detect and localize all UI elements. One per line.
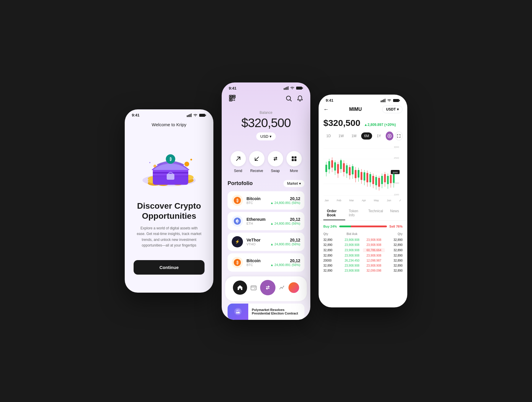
swap-action[interactable]: Swap (268, 151, 283, 173)
discover-heading: Discover Crypto Opportunities (137, 201, 201, 221)
coin-info-btc2: Bitcoin BTC (246, 258, 267, 267)
svg-rect-127 (375, 177, 377, 185)
svg-rect-135 (387, 176, 389, 184)
order-row-6: 32,890 23,908.908 23,908.908 32,890 (323, 263, 403, 268)
svg-rect-5 (205, 114, 206, 116)
wifi-icon-2 (290, 86, 295, 90)
tab-order-book[interactable]: Order Book (323, 207, 345, 220)
qr-icon[interactable] (229, 95, 236, 103)
svg-text:2500: 2500 (394, 157, 399, 159)
time-2: 9:41 (229, 86, 236, 90)
sell-progress (351, 226, 387, 227)
svg-point-26 (153, 165, 156, 168)
expand-chart-icon[interactable] (395, 132, 403, 140)
actions-row: Send Receive (222, 146, 310, 180)
sell-label: Sell 76% (389, 225, 403, 228)
tab-6m[interactable]: 6M (361, 132, 372, 140)
nav-avatar[interactable] (288, 282, 299, 293)
svg-rect-3 (191, 114, 192, 117)
chart-label-may: May (374, 199, 379, 202)
tab-token-info[interactable]: Token Info (345, 207, 365, 220)
portfolio-header: Portofolio Market ▾ (228, 180, 304, 187)
svg-rect-44 (234, 100, 235, 101)
nav-swap-center[interactable] (260, 280, 275, 295)
svg-rect-40 (230, 99, 231, 100)
svg-rect-36 (230, 96, 231, 97)
vethor-logo: ⚡ (232, 236, 243, 247)
phone-welcome: 9:41 (125, 109, 213, 293)
tab-1d[interactable]: 1D (323, 132, 334, 140)
balance-amount: $320,500 (229, 116, 303, 130)
header-qty-left: Qty (323, 232, 341, 236)
coin-item-bitcoin-2[interactable]: ₿ Bitcoin BTC 20,12 ▲ 24,800.891 (56%) (228, 253, 304, 272)
order-row-3: 32,890 23,908.908 60,786.664 32,890 (323, 247, 403, 253)
chart-label-jun: Jun (387, 199, 391, 202)
news-text: Polymarket Resolves Presidential Electio… (248, 306, 301, 317)
indicator-icon[interactable] (386, 132, 393, 140)
svg-text:⚡: ⚡ (235, 239, 240, 244)
bell-icon[interactable] (297, 95, 303, 103)
balance-section: Balance $320,500 USD ▾ (222, 108, 310, 146)
coin-values-btc1: 20,12 ▲ 24,800.891 (56%) (270, 196, 300, 205)
back-button[interactable]: ← (323, 106, 329, 113)
svg-rect-49 (292, 156, 294, 158)
phone-portfolio: 9:41 (222, 82, 310, 320)
coin-values-vtho: 20,12 ▲ 24,800.891 (56%) (270, 238, 300, 246)
continue-button[interactable]: Continue (134, 260, 205, 275)
header-qty-right: Qty (385, 232, 403, 236)
svg-rect-123 (369, 174, 371, 182)
battery-icon-3 (393, 99, 400, 102)
order-book-table: Qty Bid Ask Qty 32,890 23,908.908 23,908… (319, 232, 407, 273)
coin-item-vethor[interactable]: ⚡ VeThor VTHO 20,12 ▲ 24,800.891 (56%) (228, 233, 304, 251)
tab-news[interactable]: News (387, 207, 403, 220)
order-tabs: Order Book Token Info Technical News (319, 207, 407, 221)
time-3: 9:41 (326, 98, 333, 103)
svg-rect-43 (233, 100, 233, 101)
chart-label-apr: Apr (362, 199, 366, 202)
receive-action[interactable]: Receive (249, 151, 265, 173)
svg-rect-73 (383, 99, 384, 102)
send-action[interactable]: Send (231, 151, 246, 173)
news-preview[interactable]: 🗳 Polymarket Resolves Presidential Elect… (228, 304, 304, 320)
signal-icon-3 (381, 99, 385, 102)
svg-rect-76 (399, 100, 400, 101)
svg-line-47 (236, 157, 240, 161)
header-blank (363, 232, 385, 236)
tab-1m[interactable]: 1M (348, 132, 359, 140)
svg-rect-4 (199, 114, 205, 117)
coin-item-ethereum[interactable]: Ethereum ETH 20,12 ▲ 24,800.891 (56%) (228, 212, 304, 230)
header-bid: Bid Ask (341, 232, 363, 236)
tab-technical[interactable]: Technical (365, 207, 387, 220)
more-action[interactable]: More (286, 151, 302, 173)
coin-item-bitcoin-1[interactable]: ₿ Bitcoin BTC 20,12 ▲ 24,800.891 (56%) (228, 191, 304, 210)
more-icon (291, 155, 297, 162)
svg-rect-32 (288, 86, 289, 90)
nav-home[interactable] (233, 281, 247, 295)
chevron-down-icon-usdt: ▾ (397, 107, 399, 111)
currency-selector[interactable]: USD ▾ (256, 132, 276, 140)
portfolio-section: Portofolio Market ▾ ₿ Bitcoin BTC (222, 180, 310, 272)
swap-icon (272, 155, 279, 162)
buy-sell-bar: Buy 24% Sell 76% (319, 223, 407, 229)
svg-text:₿: ₿ (170, 157, 172, 161)
chart-label-jan: Jan (325, 199, 329, 202)
market-filter[interactable]: Market ▾ (283, 180, 304, 187)
svg-rect-29 (284, 88, 285, 90)
svg-text:₿: ₿ (236, 260, 239, 265)
nav-chart[interactable] (279, 284, 285, 291)
search-icon[interactable] (286, 95, 292, 103)
phone-trading: 9:41 ← MIM (319, 95, 407, 307)
tab-1w[interactable]: 1W (335, 132, 347, 140)
currency-pair-selector[interactable]: USDT ▾ (382, 106, 403, 113)
tab-1y[interactable]: 1Y (374, 132, 384, 140)
svg-rect-71 (381, 100, 382, 102)
table-header: Qty Bid Ask Qty (323, 232, 403, 236)
time-1: 9:41 (132, 113, 140, 117)
ethereum-logo (232, 215, 243, 227)
chevron-down-icon: ▾ (270, 134, 272, 139)
svg-rect-2 (189, 114, 190, 117)
nav-wallet[interactable] (250, 284, 257, 291)
coin-info-eth: Ethereum ETH (246, 217, 267, 225)
price-section: $320,500 ▲2,809.897 (+20%) (319, 117, 407, 132)
svg-rect-31 (286, 87, 287, 90)
